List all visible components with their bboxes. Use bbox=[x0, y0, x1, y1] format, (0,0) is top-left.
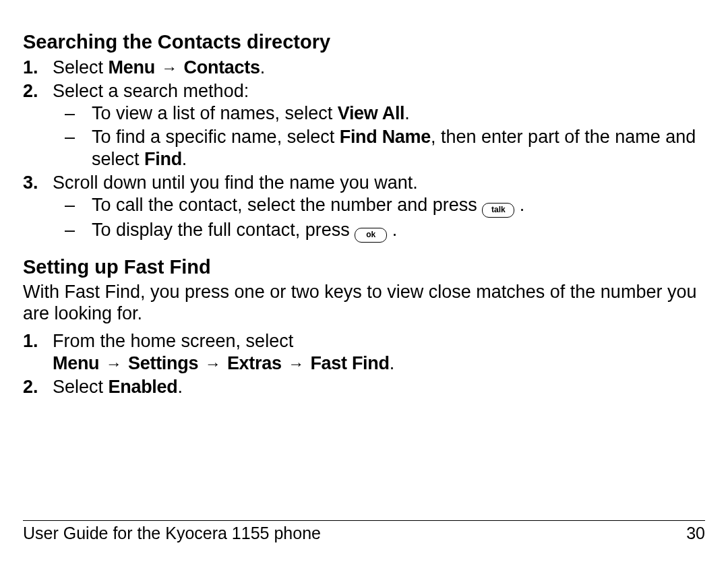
step3-sub1: To call the contact, select the number a… bbox=[53, 194, 705, 218]
sub-bold: View All bbox=[338, 103, 405, 123]
sub-post: . bbox=[182, 149, 187, 169]
ff2-post: . bbox=[177, 377, 183, 397]
arrow-icon: → bbox=[204, 354, 222, 373]
sub-post: . bbox=[392, 220, 398, 240]
arrow-icon: → bbox=[286, 354, 305, 373]
step1-pre: Select bbox=[53, 57, 109, 77]
arrow-icon: → bbox=[160, 58, 179, 77]
sub-bold: Find Name bbox=[340, 127, 431, 147]
ff-step-1: From the home screen, select Menu → Sett… bbox=[23, 330, 705, 375]
page-footer: User Guide for the Kyocera 1155 phone 30 bbox=[23, 520, 705, 543]
ff1-line1: From the home screen, select bbox=[53, 331, 293, 351]
sub-post: . bbox=[520, 195, 525, 215]
sub-post: . bbox=[404, 103, 410, 123]
sub-pre: To display the full contact, press bbox=[92, 220, 355, 240]
sub-pre: To view a list of names, select bbox=[92, 103, 338, 123]
step2-sub1: To view a list of names, select View All… bbox=[53, 102, 705, 125]
step-3: Scroll down until you find the name you … bbox=[23, 172, 705, 243]
step1-menu: Menu bbox=[109, 57, 155, 77]
ok-key-icon: ok bbox=[355, 228, 387, 243]
section2-steps: From the home screen, select Menu → Sett… bbox=[23, 330, 705, 398]
ff1-extras: Extras bbox=[227, 353, 282, 373]
sub-pre: To find a specific name, select bbox=[92, 127, 340, 147]
step-2: Select a search method: To view a list o… bbox=[23, 80, 705, 170]
talk-key-icon: talk bbox=[482, 203, 514, 218]
step3-text: Scroll down until you find the name you … bbox=[53, 173, 418, 193]
step2-sublist: To view a list of names, select View All… bbox=[53, 102, 705, 170]
page-number: 30 bbox=[686, 524, 705, 543]
heading-fast-find: Setting up Fast Find bbox=[23, 255, 705, 279]
ff1-fast-find: Fast Find bbox=[310, 353, 389, 373]
ff1-menu: Menu bbox=[53, 353, 99, 373]
arrow-icon: → bbox=[104, 354, 123, 373]
heading-searching-contacts: Searching the Contacts directory bbox=[23, 30, 705, 54]
step2-sub2: To find a specific name, select Find Nam… bbox=[53, 126, 705, 170]
ff2-enabled: Enabled bbox=[109, 377, 178, 397]
step1-contacts: Contacts bbox=[184, 57, 260, 77]
ff2-pre: Select bbox=[53, 377, 109, 397]
ff-step-2: Select Enabled. bbox=[23, 376, 705, 398]
step-1: Select Menu → Contacts. bbox=[23, 57, 705, 79]
step2-text: Select a search method: bbox=[53, 81, 249, 101]
manual-page: Searching the Contacts directory Select … bbox=[0, 0, 728, 562]
step3-sub2: To display the full contact, press ok . bbox=[53, 219, 705, 243]
step3-sublist: To call the contact, select the number a… bbox=[53, 194, 705, 243]
sub-bold2: Find bbox=[144, 149, 182, 169]
fast-find-intro: With Fast Find, you press one or two key… bbox=[23, 282, 705, 325]
sub-pre: To call the contact, select the number a… bbox=[92, 195, 482, 215]
ff1-end: . bbox=[390, 353, 395, 373]
step1-post: . bbox=[260, 57, 266, 77]
ff1-settings: Settings bbox=[128, 353, 198, 373]
footer-title: User Guide for the Kyocera 1155 phone bbox=[23, 524, 321, 543]
section1-steps: Select Menu → Contacts. Select a search … bbox=[23, 57, 705, 243]
